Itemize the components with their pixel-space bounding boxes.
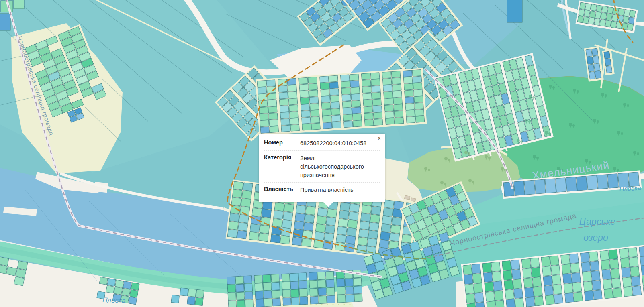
parcel[interactable] [596,5,602,12]
parcel[interactable] [403,77,413,84]
parcel[interactable] [272,290,280,298]
parcel[interactable] [270,234,280,243]
parcel[interactable] [187,297,195,305]
parcel[interactable] [321,102,331,109]
parcel[interactable] [310,110,319,117]
parcel[interactable] [345,279,354,287]
parcel[interactable] [592,48,598,56]
parcel[interactable] [249,232,259,240]
parcel[interactable] [413,76,422,83]
parcel[interactable] [384,200,394,208]
parcel[interactable] [235,276,244,284]
parcel[interactable] [594,63,600,71]
parcel[interactable] [395,117,404,124]
parcel[interactable] [229,213,239,222]
parcel[interactable] [535,179,546,194]
parcel[interactable] [255,291,264,299]
parcel[interactable] [264,299,272,307]
parcel[interactable] [554,294,563,304]
parcel[interactable] [592,280,601,290]
parcel[interactable] [552,275,561,285]
parcel[interactable] [114,287,122,295]
parcel[interactable] [236,284,244,292]
parcel[interactable] [257,80,266,87]
parcel[interactable] [394,104,403,111]
parcel[interactable] [323,122,332,129]
parcel[interactable] [227,277,235,285]
parcel[interactable] [282,220,292,228]
parcel[interactable] [302,124,311,130]
parcel[interactable] [384,91,393,98]
parcel[interactable] [362,80,371,87]
parcel[interactable] [348,220,358,228]
parcel[interactable] [525,287,534,297]
parcel[interactable] [609,250,618,260]
parcel[interactable] [371,79,380,86]
parcel[interactable] [514,181,525,195]
parcel[interactable] [254,275,263,283]
parcel[interactable] [465,284,474,294]
parcel[interactable] [300,91,309,98]
parcel[interactable] [299,289,308,297]
parcel[interactable] [583,281,593,291]
parcel[interactable] [195,297,203,305]
parcel[interactable] [628,248,638,258]
parcel[interactable] [346,287,354,295]
parcel[interactable] [415,103,424,110]
parcel[interactable] [287,78,296,85]
parcel[interactable] [404,83,413,90]
parcel[interactable] [130,290,138,298]
parcel[interactable] [394,111,403,118]
parcel[interactable] [523,268,532,278]
parcel[interactable] [309,83,318,90]
parcel[interactable] [330,95,339,102]
parcel[interactable] [580,2,586,9]
parcel[interactable] [332,122,341,128]
parcel[interactable] [260,127,270,134]
parcel[interactable] [327,209,337,218]
parcel[interactable] [349,212,359,220]
parcel[interactable] [228,301,237,307]
parcel[interactable] [270,126,279,133]
parcel[interactable] [279,99,288,106]
parcel[interactable] [584,10,590,17]
parcel[interactable] [622,277,632,287]
parcel[interactable] [581,262,591,272]
parcel[interactable] [106,285,114,293]
parcel[interactable] [291,289,299,297]
parcel[interactable] [393,98,403,104]
parcel[interactable] [340,75,350,81]
parcel[interactable] [611,268,620,279]
parcel[interactable] [594,18,600,25]
parcel[interactable] [238,222,248,231]
parcel[interactable] [566,177,577,191]
parcel[interactable] [290,124,300,131]
parcel[interactable] [310,296,319,304]
parcel[interactable] [237,300,245,307]
parcel[interactable] [570,254,579,264]
popup-close-button[interactable]: x [376,135,382,141]
parcel[interactable] [363,93,372,100]
parcel[interactable] [491,262,501,272]
parcel[interactable] [337,226,347,235]
parcel[interactable] [129,297,137,305]
parcel[interactable] [337,279,345,287]
parcel[interactable] [379,240,389,248]
parcel[interactable] [505,289,514,299]
parcel[interactable] [326,217,336,226]
parcel[interactable] [606,14,612,20]
parcel[interactable] [570,263,580,273]
parcel[interactable] [405,97,414,104]
parcel[interactable] [272,298,281,306]
parcel[interactable] [524,180,535,195]
parcel[interactable] [239,214,249,223]
parcel[interactable] [300,98,309,104]
parcel[interactable] [131,283,139,291]
parcel[interactable] [290,118,299,125]
parcel[interactable] [107,278,116,286]
parcel[interactable] [564,283,573,293]
parcel[interactable] [305,214,315,223]
parcel[interactable] [618,8,624,15]
parcel[interactable] [274,203,284,211]
parcel[interactable] [589,72,595,79]
